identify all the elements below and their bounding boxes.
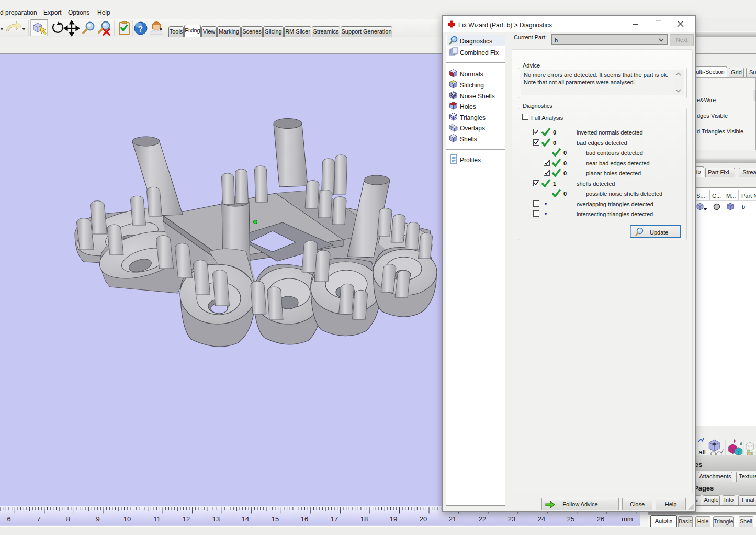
svg-text:?: ? <box>139 24 143 34</box>
svg-text:b: b <box>742 204 745 210</box>
